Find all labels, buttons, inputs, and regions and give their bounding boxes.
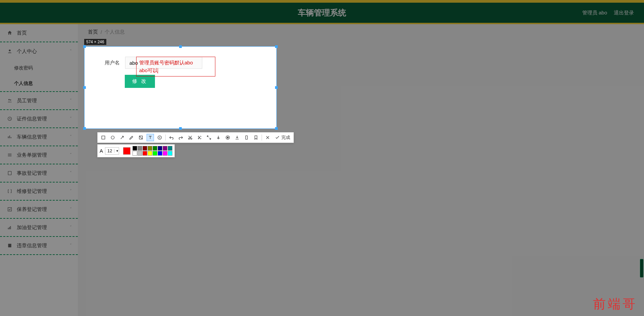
text-tool-icon[interactable] (147, 134, 154, 141)
ocr-icon[interactable]: A (196, 134, 203, 141)
current-user[interactable]: 管理员 abo (582, 10, 607, 16)
sidebar-item-label: 员工管理 (17, 98, 37, 104)
chevron-up-icon: ˄ (70, 49, 72, 54)
undo-icon[interactable] (168, 134, 175, 141)
sidebar-item-cert[interactable]: 证件信息管理 ˅ (0, 110, 78, 128)
sidebar-subitem-profile[interactable]: 个人信息 (0, 76, 78, 91)
resize-handle[interactable] (179, 45, 182, 48)
resize-handle[interactable] (83, 127, 86, 130)
svg-point-17 (111, 136, 114, 139)
sidebar-item-label: 个人中心 (17, 48, 37, 55)
sidebar-item-label: 事故登记管理 (17, 170, 47, 176)
download-icon[interactable] (233, 134, 241, 141)
bookmark-icon[interactable] (252, 134, 260, 141)
cut-icon[interactable] (186, 134, 194, 141)
svg-point-2 (10, 99, 11, 100)
logout-link[interactable]: 退出登录 (614, 10, 634, 16)
device-icon (7, 170, 13, 176)
capture-size-label: 574 × 246 (84, 39, 106, 45)
sidebar-item-violation[interactable]: 违章信息管理 ˅ (0, 237, 78, 255)
svg-rect-13 (9, 227, 10, 229)
scrollbar-thumb[interactable] (640, 259, 643, 277)
sidebar-item-personal[interactable]: 个人中心 ˄ (0, 42, 78, 60)
svg-point-0 (9, 50, 10, 51)
mobile-icon[interactable] (243, 134, 250, 141)
sidebar-item-label: 证件信息管理 (17, 116, 47, 122)
color-swatch[interactable] (132, 151, 137, 156)
resize-handle[interactable] (83, 86, 86, 89)
annotation-line2: abo可以 (139, 67, 158, 73)
pencil-tool-icon[interactable] (128, 134, 135, 141)
sidebar-item-vehicle[interactable]: 车辆信息管理 ˅ (0, 128, 78, 146)
sidebar-item-staff[interactable]: 员工管理 ˅ (0, 92, 78, 110)
redo-icon[interactable] (177, 134, 184, 141)
svg-rect-11 (8, 208, 12, 211)
record-icon[interactable] (224, 134, 231, 141)
color-swatch[interactable] (148, 151, 152, 156)
color-swatch[interactable] (163, 151, 167, 156)
close-icon[interactable] (264, 134, 271, 141)
fuel-icon (7, 224, 13, 230)
circle-tool-icon[interactable] (109, 134, 116, 141)
color-swatch[interactable] (138, 151, 142, 156)
sidebar-subitem-password[interactable]: 修改密码 (0, 60, 78, 76)
color-swatch[interactable] (168, 146, 172, 151)
color-swatch[interactable] (132, 146, 137, 151)
chevron-down-icon: ˅ (70, 171, 72, 175)
sidebar: 首页 个人中心 ˄ 修改密码 个人信息 员工管理 ˅ 证件信息管理 ˅ 车辆信息… (0, 24, 78, 316)
color-swatch[interactable] (158, 146, 162, 151)
sidebar-item-maint[interactable]: 保养登记管理 ˅ (0, 201, 78, 219)
color-swatch[interactable] (168, 151, 172, 156)
chart-icon (7, 134, 13, 140)
done-button[interactable]: 完成 (273, 135, 291, 141)
svg-rect-6 (11, 137, 11, 138)
chevron-down-icon: ˅ (70, 225, 72, 230)
sidebar-item-fuel[interactable]: 加油登记管理 ˅ (0, 219, 78, 237)
color-swatch[interactable] (138, 146, 142, 151)
svg-rect-25 (246, 136, 247, 140)
number-tool-icon[interactable] (156, 134, 163, 141)
font-size-select[interactable]: 12 ▾ (105, 147, 119, 155)
resize-handle[interactable] (275, 45, 278, 48)
arrow-tool-icon[interactable] (118, 134, 126, 141)
sidebar-item-label: 业务单据管理 (17, 152, 47, 158)
sidebar-item-biz[interactable]: 业务单据管理 ˅ (0, 146, 78, 164)
color-swatch[interactable] (143, 151, 147, 156)
sidebar-item-label: 保养登记管理 (17, 206, 47, 213)
font-icon[interactable]: A (100, 148, 103, 154)
sidebar-item-home[interactable]: 首页 (0, 24, 78, 42)
pin-icon[interactable] (215, 134, 222, 141)
svg-point-24 (227, 137, 228, 138)
breadcrumb-home[interactable]: 首页 (88, 29, 98, 35)
text-style-toolbar: A 12 ▾ (97, 144, 175, 157)
app-title: 车辆管理系统 (298, 7, 346, 18)
chevron-down-icon: ˅ (70, 135, 72, 139)
capture-region[interactable]: 用户名 修 改 管理员账号密码默认abo abo可以 (84, 46, 277, 129)
color-swatch[interactable] (158, 151, 162, 156)
current-color-swatch[interactable] (123, 147, 130, 155)
chevron-down-icon: ˅ (70, 189, 72, 194)
modify-button[interactable]: 修 改 (125, 75, 155, 88)
resize-handle[interactable] (179, 127, 182, 130)
svg-rect-9 (8, 156, 12, 156)
color-swatch[interactable] (148, 146, 152, 151)
color-swatch[interactable] (143, 146, 147, 151)
annotation-line1: 管理员账号密码默认abo (139, 59, 212, 67)
resize-handle[interactable] (275, 86, 278, 89)
expand-icon[interactable] (205, 134, 213, 141)
sidebar-item-repair[interactable]: 维修登记管理 ˅ (0, 182, 78, 201)
color-swatch[interactable] (153, 151, 157, 156)
resize-handle[interactable] (83, 45, 86, 48)
scrollbar-track[interactable] (639, 24, 643, 316)
resize-handle[interactable] (275, 127, 278, 130)
svg-rect-16 (102, 136, 105, 139)
color-swatch[interactable] (163, 146, 167, 151)
rect-tool-icon[interactable] (100, 134, 107, 141)
svg-rect-4 (8, 137, 9, 138)
sidebar-item-accident[interactable]: 事故登记管理 ˅ (0, 164, 78, 182)
staff-icon (7, 98, 13, 104)
highlight-tool-icon[interactable] (137, 134, 145, 141)
annotation-box[interactable]: 管理员账号密码默认abo abo可以 (136, 57, 215, 76)
color-swatch[interactable] (153, 146, 157, 151)
sidebar-item-label: 加油登记管理 (17, 224, 47, 231)
